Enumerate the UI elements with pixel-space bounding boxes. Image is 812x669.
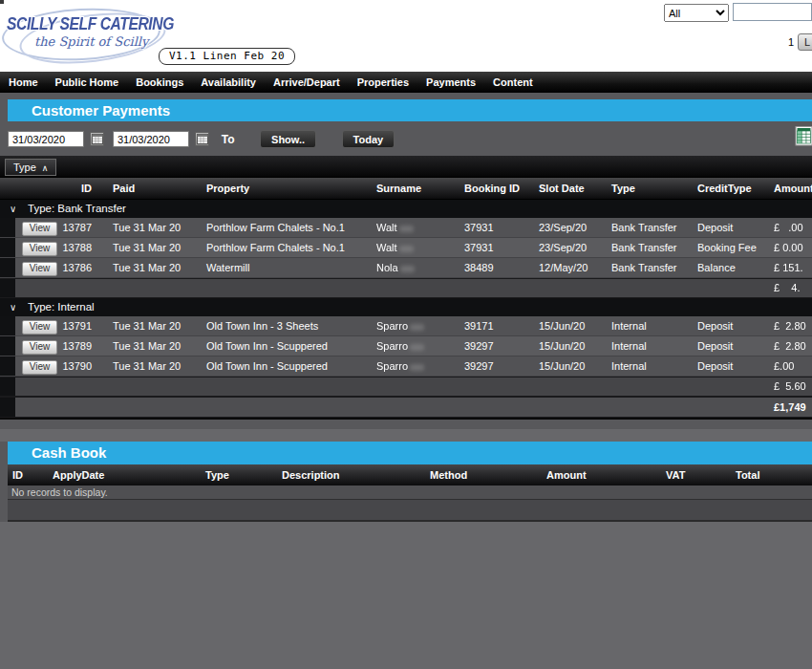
cash-book-column-header-description[interactable]: Description — [277, 464, 425, 486]
amount-cell: £ 151. — [766, 258, 812, 277]
calendar-icon[interactable] — [90, 132, 104, 146]
customer-payments-table: IDPaidPropertySurnameBooking IDSlot Date… — [0, 178, 812, 420]
cash-book-column-header-applydate[interactable]: ApplyDate — [48, 464, 201, 486]
paid-cell: Tue 31 Mar 20 — [101, 336, 203, 356]
view-button[interactable]: View — [22, 340, 57, 355]
today-button[interactable]: Today — [342, 130, 395, 148]
credit-type-cell: Booking Fee — [694, 238, 766, 257]
surname-text: Nola — [376, 262, 398, 273]
cash-book-table: IDApplyDateTypeDescriptionMethodAmountVA… — [8, 464, 812, 522]
grand-total-amount: £1,749 — [766, 398, 812, 417]
column-header-paid[interactable]: Paid — [101, 178, 203, 199]
slot-date-cell: 23/Sep/20 — [535, 238, 608, 257]
collapse-group-icon[interactable]: ∨ — [4, 204, 15, 214]
column-header-surname[interactable]: Surname — [373, 178, 460, 199]
type-cell: Bank Transfer — [608, 258, 694, 277]
nav-item-availability[interactable]: Availability — [192, 72, 265, 93]
view-button[interactable]: View — [22, 360, 57, 375]
property-cell: Old Town Inn - Scuppered — [203, 356, 373, 376]
column-header-credittype[interactable]: CreditType — [694, 178, 766, 199]
table-row: View13786Tue 31 Mar 20WatermillNola38489… — [0, 258, 812, 278]
cash-book-column-header-amount[interactable]: Amount — [540, 464, 659, 486]
cash-book-column-header-vat[interactable]: VAT — [659, 464, 726, 486]
brand-tagline: the Spirit of Scilly — [34, 34, 148, 49]
paid-cell: Tue 31 Mar 20 — [101, 238, 203, 257]
surname-cell: Sparro — [373, 336, 460, 356]
table-row: View13787Tue 31 Mar 20Porthlow Farm Chal… — [0, 218, 812, 238]
nav-item-arrive-depart[interactable]: Arrive/Depart — [265, 72, 349, 93]
column-header-booking-id[interactable]: Booking ID — [460, 178, 535, 199]
credit-type-cell: Deposit — [694, 336, 766, 356]
nav-item-home[interactable]: Home — [0, 72, 47, 93]
group-by-type-button[interactable]: Type∧ — [5, 159, 56, 176]
type-cell: Bank Transfer — [608, 238, 694, 257]
cash-book-column-header-id[interactable]: ID — [8, 464, 48, 486]
booking-id-cell: 38489 — [460, 258, 535, 277]
sort-asc-icon: ∧ — [42, 163, 49, 173]
property-cell: Porthlow Farm Chalets - No.1 — [203, 218, 373, 237]
view-button[interactable]: View — [22, 222, 57, 236]
login-count: 1 — [788, 36, 794, 48]
column-header-id[interactable]: ID — [57, 178, 101, 199]
redaction-smudge — [399, 246, 414, 252]
amount-cell: £ 2.80 — [766, 316, 812, 335]
property-cell: Watermill — [203, 258, 373, 277]
amount-cell: £ 2.80 — [766, 336, 812, 356]
paid-cell: Tue 31 Mar 20 — [101, 316, 203, 335]
brand-title: SCILLY SELF CATERING — [7, 14, 174, 34]
show-button[interactable]: Show.. — [260, 130, 316, 148]
property-cell: Old Town Inn - Scuppered — [203, 336, 373, 356]
nav-item-public-home[interactable]: Public Home — [47, 72, 128, 93]
date-from-input[interactable] — [8, 131, 84, 147]
surname-text: Walt — [376, 242, 397, 253]
group-label: Type: Internal — [15, 298, 812, 316]
slot-date-cell: 12/May/20 — [535, 258, 608, 277]
column-header-slot-date[interactable]: Slot Date — [535, 178, 608, 199]
group-row: ∨Type: Bank Transfer — [0, 200, 812, 218]
id-cell: 13790 — [57, 356, 101, 376]
search-input[interactable] — [733, 3, 812, 21]
date-to-input[interactable] — [113, 131, 189, 147]
booking-id-cell: 39297 — [460, 356, 535, 376]
nav-item-properties[interactable]: Properties — [349, 72, 417, 93]
table-row: View13791Tue 31 Mar 20Old Town Inn - 3 S… — [0, 316, 812, 336]
amount-cell: £ 0.00 — [766, 238, 812, 257]
cash-book-column-header-method[interactable]: Method — [425, 464, 540, 486]
cash-book-column-header-total[interactable]: Total — [726, 464, 810, 486]
cash-book-section: Cash Book IDApplyDateTypeDescriptionMeth… — [0, 442, 812, 522]
payments-grid-wrap: Type∧ IDPaidPropertySurnameBooking IDSlo… — [0, 156, 812, 420]
amount-cell: £.00 — [766, 356, 812, 376]
group-by-type-label: Type — [13, 162, 36, 173]
surname-cell: Walt — [373, 238, 460, 257]
type-cell: Internal — [608, 336, 694, 356]
column-header-amount[interactable]: Amount — [766, 178, 812, 199]
booking-id-cell: 39297 — [460, 336, 535, 356]
group-by-bar: Type∧ — [0, 156, 812, 178]
table-row: View13790Tue 31 Mar 20Old Town Inn - Scu… — [0, 356, 812, 377]
collapse-group-icon[interactable]: ∨ — [4, 302, 15, 313]
payments-filter-row: To Show.. Today — [0, 121, 812, 156]
logout-button[interactable]: L — [798, 33, 812, 51]
view-button[interactable]: View — [22, 242, 57, 256]
type-cell: Bank Transfer — [608, 218, 694, 237]
group-label: Type: Bank Transfer — [15, 200, 812, 218]
nav-item-content[interactable]: Content — [484, 72, 542, 93]
corner-artifact — [0, 0, 4, 4]
column-header-type[interactable]: Type — [608, 178, 694, 199]
surname-cell: Sparro — [373, 356, 460, 376]
id-cell: 13791 — [57, 316, 101, 335]
top-filter-select[interactable]: All — [664, 4, 729, 22]
grand-total-row: £1,749 — [0, 397, 812, 418]
id-cell: 13789 — [57, 336, 101, 356]
calendar-icon[interactable] — [195, 132, 209, 146]
excel-export-icon[interactable] — [795, 126, 812, 146]
nav-item-payments[interactable]: Payments — [417, 72, 484, 93]
column-header-property[interactable]: Property — [203, 178, 373, 199]
amount-cell: £ .00 — [766, 218, 812, 237]
slot-date-cell: 15/Jun/20 — [535, 336, 608, 356]
credit-type-cell: Deposit — [694, 316, 766, 335]
view-button[interactable]: View — [22, 262, 57, 276]
view-button[interactable]: View — [22, 320, 57, 334]
nav-item-bookings[interactable]: Bookings — [127, 72, 192, 93]
cash-book-column-header-type[interactable]: Type — [201, 464, 277, 486]
